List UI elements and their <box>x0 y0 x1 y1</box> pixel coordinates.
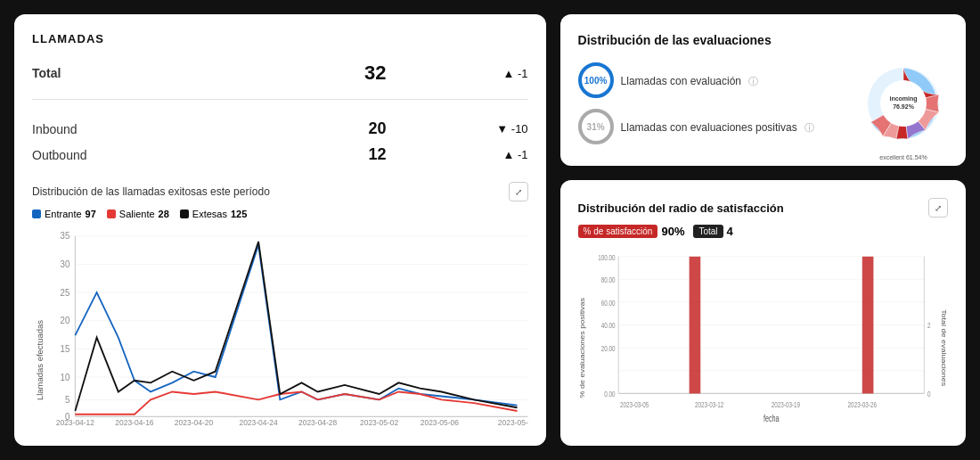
svg-rect-51 <box>689 257 700 394</box>
expand-button[interactable]: ⤢ <box>509 182 528 201</box>
eval-circle-31: 31% <box>578 109 614 144</box>
sat-badge-total: Total 4 <box>693 225 732 238</box>
eval-label-1: Llamadas con evaluación <box>621 75 741 87</box>
eval-pct-2: 31% <box>587 122 605 132</box>
svg-text:0: 0 <box>927 390 931 398</box>
badge-total: Total <box>693 225 723 238</box>
svg-text:2023-05-02: 2023-05-02 <box>360 418 398 427</box>
total-value: 32 <box>248 58 404 88</box>
svg-text:2023-04-12: 2023-04-12 <box>56 418 94 427</box>
inbound-row: Inbound 20 ▼ -10 <box>32 116 528 142</box>
svg-text:Llamadas efectuadas: Llamadas efectuadas <box>36 320 45 400</box>
svg-text:60.00: 60.00 <box>600 299 615 308</box>
svg-text:Total de evaluaciones: Total de evaluaciones <box>940 309 946 386</box>
svg-text:25: 25 <box>61 288 70 298</box>
info-icon-1[interactable]: ⓘ <box>748 76 758 86</box>
expand-satisfaction-button[interactable]: ⤢ <box>928 198 948 218</box>
legend-label-saliente: Saliente <box>119 209 155 219</box>
llamadas-chart: 35 30 25 20 15 10 5 0 Llamadas efectuada… <box>32 225 528 428</box>
badge-satisfaccion: % de satisfacción <box>578 225 658 238</box>
inbound-label: Inbound <box>32 116 248 142</box>
total-row: Total 32 ▲ -1 <box>32 58 528 88</box>
llamadas-title: LLAMADAS <box>32 32 528 45</box>
legend-dot-extesas <box>180 209 189 218</box>
svg-text:10: 10 <box>61 373 70 382</box>
evaluaciones-card: Distribución de las evaluaciones 100% Ll… <box>560 14 966 166</box>
outbound-delta: ▲ -1 <box>404 142 528 168</box>
svg-text:20.00: 20.00 <box>600 344 615 353</box>
svg-text:incoming: incoming <box>889 95 917 103</box>
total-delta-value: -1 <box>518 67 528 80</box>
donut-svg: incoming 76.92% <box>859 59 948 148</box>
outbound-label: Outbound <box>32 142 248 168</box>
info-icon-2[interactable]: ⓘ <box>804 122 814 133</box>
satisfaction-title: Distribución del radio de satisfacción <box>578 201 784 215</box>
eval-label-2: Llamadas con evaluaciones positivas <box>621 121 797 134</box>
svg-text:2023-04-28: 2023-04-28 <box>298 418 337 427</box>
satisfaccion-card: Distribución del radio de satisfacción ⤢… <box>560 180 966 446</box>
svg-text:2023-03-05: 2023-03-05 <box>620 400 649 409</box>
svg-text:2023-03-26: 2023-03-26 <box>847 400 876 409</box>
outbound-delta-arrow: ▲ <box>503 148 515 161</box>
llamadas-chart-section: Distribución de las llamadas exitosas es… <box>32 182 528 428</box>
inbound-value: 20 <box>248 116 404 142</box>
legend-dot-entrante <box>32 209 41 218</box>
eval-content: 100% Llamadas con evaluación ⓘ 31% Llama… <box>578 59 948 148</box>
total-delta-arrow: ▲ <box>503 67 515 80</box>
svg-text:2023-03-12: 2023-03-12 <box>695 400 723 409</box>
svg-text:80.00: 80.00 <box>600 275 615 284</box>
svg-text:35: 35 <box>61 231 70 241</box>
svg-text:30: 30 <box>61 259 70 269</box>
donut-bottom-label: excellent 61.54% <box>859 154 948 160</box>
chart-legend: Entrante 97 Saliente 28 Extesas 125 <box>32 209 528 219</box>
svg-text:76.92%: 76.92% <box>893 103 915 110</box>
svg-text:20: 20 <box>61 316 70 325</box>
sat-badge-pct: % de satisfacción 90% <box>578 225 685 238</box>
satisfaction-header: Distribución del radio de satisfacción ⤢ <box>578 198 948 218</box>
sat-value-total: 4 <box>727 225 733 238</box>
svg-text:fecha: fecha <box>763 414 779 424</box>
legend-dot-saliente <box>107 209 116 218</box>
outbound-delta-value: -1 <box>518 148 528 161</box>
total-label: Total <box>32 58 248 88</box>
svg-text:2023-04-20: 2023-04-20 <box>175 418 213 427</box>
svg-text:2023-05-06: 2023-05-06 <box>421 418 459 427</box>
right-panel: Distribución de las evaluaciones 100% Ll… <box>560 14 966 446</box>
eval-row-1: 100% Llamadas con evaluación ⓘ <box>578 62 848 98</box>
eval-title: Distribución de las evaluaciones <box>578 32 948 48</box>
dashboard: LLAMADAS Total 32 ▲ -1 Inbound 20 ▼ -10 <box>14 14 966 446</box>
eval-metrics: 100% Llamadas con evaluación ⓘ 31% Llama… <box>578 62 848 144</box>
svg-text:0.00: 0.00 <box>604 390 615 398</box>
svg-text:40.00: 40.00 <box>600 322 615 331</box>
svg-text:5: 5 <box>65 395 70 405</box>
svg-text:% de evaluaciones positivas: % de evaluaciones positivas <box>579 298 585 398</box>
stats-table: Total 32 ▲ -1 Inbound 20 ▼ -10 Outbound … <box>32 58 528 168</box>
svg-text:2023-03-19: 2023-03-19 <box>771 400 799 409</box>
satisfaction-legend: % de satisfacción 90% Total 4 <box>578 225 948 238</box>
eval-row-2: 31% Llamadas con evaluaciones positivas … <box>578 109 848 144</box>
legend-label-extesas: Extesas <box>192 209 227 219</box>
svg-text:15: 15 <box>61 344 70 354</box>
svg-text:100.00: 100.00 <box>598 253 615 262</box>
inbound-delta-value: -10 <box>511 122 528 136</box>
svg-text:2023-04-16: 2023-04-16 <box>115 418 153 427</box>
legend-extesas: Extesas 125 <box>180 209 248 219</box>
llamadas-panel: LLAMADAS Total 32 ▲ -1 Inbound 20 ▼ -10 <box>14 14 546 446</box>
legend-value-extesas: 125 <box>231 209 247 219</box>
svg-text:2023-05-10: 2023-05-10 <box>498 418 528 427</box>
llamadas-svg: 35 30 25 20 15 10 5 0 Llamadas efectuada… <box>32 225 528 428</box>
legend-label-entrante: Entrante <box>45 209 82 219</box>
inbound-delta: ▼ -10 <box>404 116 528 142</box>
inbound-delta-arrow: ▼ <box>496 122 508 136</box>
svg-rect-52 <box>862 257 873 394</box>
eval-text-2: Llamadas con evaluaciones positivas ⓘ <box>621 119 848 136</box>
svg-text:2023-04-24: 2023-04-24 <box>239 418 277 427</box>
legend-value-entrante: 97 <box>86 209 96 219</box>
chart-title: Distribución de las llamadas exitosas es… <box>32 185 270 198</box>
eval-text-1: Llamadas con evaluación ⓘ <box>621 72 848 89</box>
outbound-value: 12 <box>248 142 404 168</box>
total-delta: ▲ -1 <box>404 58 528 88</box>
satisfaction-svg: 100.00 80.00 60.00 40.00 20.00 0.00 2 0 … <box>578 245 948 428</box>
eval-circle-100: 100% <box>578 62 614 98</box>
legend-saliente: Saliente 28 <box>107 209 169 219</box>
